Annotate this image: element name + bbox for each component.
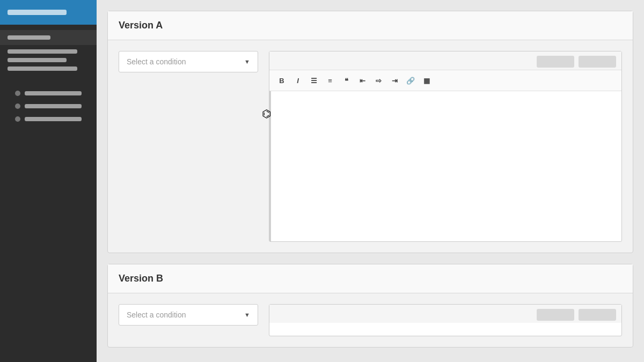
- editor-b-top-btn-1[interactable]: [537, 309, 574, 321]
- editor-left-border: [269, 91, 271, 241]
- sidebar-bar-2[interactable]: [8, 58, 67, 62]
- sidebar-section-2: [0, 84, 97, 129]
- toolbar-ol[interactable]: ≡: [323, 73, 337, 87]
- sidebar-radio-bar-2: [25, 104, 82, 108]
- condition-select-arrow-a: ▼: [244, 58, 250, 65]
- version-b-editor: [269, 304, 622, 336]
- toolbar-link[interactable]: 🔗: [404, 73, 418, 87]
- version-a-editor: B I ☰ ≡ ❝ ⇤ ⇨ ⇥ 🔗 ▦: [269, 51, 622, 242]
- sidebar-radio-bar-1: [25, 91, 82, 95]
- version-a-condition-select: Select a condition ▼: [119, 51, 258, 72]
- editor-a-top-buttons: [269, 51, 621, 70]
- sidebar-active-bar: [8, 35, 50, 40]
- toolbar-italic[interactable]: I: [291, 73, 305, 87]
- sidebar-radio-item-1[interactable]: [8, 87, 89, 100]
- editor-b-top-btn-2[interactable]: [579, 309, 616, 321]
- toolbar-align-left[interactable]: ⇤: [355, 73, 369, 87]
- sidebar-bar-1[interactable]: [8, 49, 77, 54]
- condition-select-box-a[interactable]: Select a condition ▼: [119, 51, 258, 72]
- radio-dot-1: [15, 91, 20, 96]
- editor-a-toolbar: B I ☰ ≡ ❝ ⇤ ⇨ ⇥ 🔗 ▦: [269, 70, 621, 91]
- editor-a-top-btn-2[interactable]: [579, 56, 616, 68]
- editor-b-top-buttons: [269, 305, 621, 323]
- editor-a-top-btn-1[interactable]: [537, 56, 574, 68]
- version-a-title: Version A: [108, 11, 633, 40]
- version-a-card: Version A Select a condition ▼ B I ☰: [107, 11, 633, 253]
- version-b-condition-select: Select a condition ▼: [119, 304, 258, 326]
- sidebar-active-item[interactable]: [0, 30, 97, 45]
- condition-select-box-b[interactable]: Select a condition ▼: [119, 304, 258, 326]
- radio-dot-2: [15, 104, 20, 109]
- sidebar-header: [0, 0, 97, 25]
- toolbar-ul[interactable]: ☰: [307, 73, 321, 87]
- version-b-body: Select a condition ▼: [108, 293, 633, 347]
- condition-select-arrow-b: ▼: [244, 312, 250, 318]
- sidebar-radio-bar-3: [25, 117, 82, 121]
- sidebar-bar-3[interactable]: [8, 67, 77, 71]
- version-a-editor-body[interactable]: [269, 91, 621, 241]
- radio-dot-3: [15, 116, 20, 122]
- sidebar-radio-item-3[interactable]: [8, 113, 89, 125]
- version-a-body: Select a condition ▼ B I ☰ ≡ ❝ ⇤ ⇨: [108, 40, 633, 253]
- version-b-card: Version B Select a condition ▼: [107, 264, 633, 348]
- toolbar-align-right[interactable]: ⇥: [387, 73, 401, 87]
- toolbar-align-center[interactable]: ⇨: [371, 73, 385, 87]
- sidebar-section-1: [0, 46, 97, 74]
- sidebar-header-bar: [8, 10, 67, 15]
- version-b-title: Version B: [108, 264, 633, 293]
- condition-select-placeholder-b: Select a condition: [127, 311, 186, 319]
- sidebar-radio-item-2[interactable]: [8, 100, 89, 113]
- condition-select-placeholder-a: Select a condition: [127, 57, 186, 66]
- toolbar-table[interactable]: ▦: [420, 73, 434, 87]
- toolbar-bold[interactable]: B: [275, 73, 289, 87]
- main-content: Version A Select a condition ▼ B I ☰: [97, 0, 644, 362]
- toolbar-quote[interactable]: ❝: [339, 73, 353, 87]
- sidebar: [0, 0, 97, 362]
